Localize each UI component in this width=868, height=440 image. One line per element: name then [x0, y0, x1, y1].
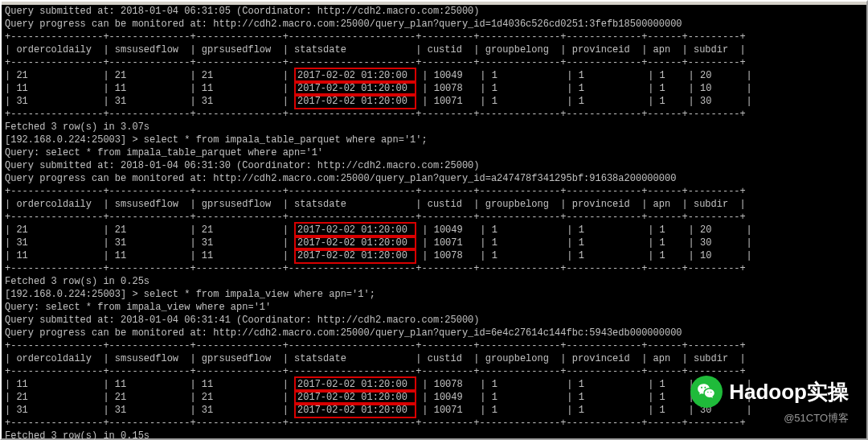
terminal-window: Query submitted at: 2018-01-04 06:31:05 …: [0, 0, 868, 440]
terminal-output[interactable]: Query submitted at: 2018-01-04 06:31:05 …: [2, 5, 866, 438]
watermark-text: Hadoop实操: [729, 378, 849, 406]
watermark: Hadoop实操: [690, 376, 849, 408]
watermark-sub: @51CTO博客: [784, 411, 849, 426]
wechat-icon: [690, 376, 723, 408]
